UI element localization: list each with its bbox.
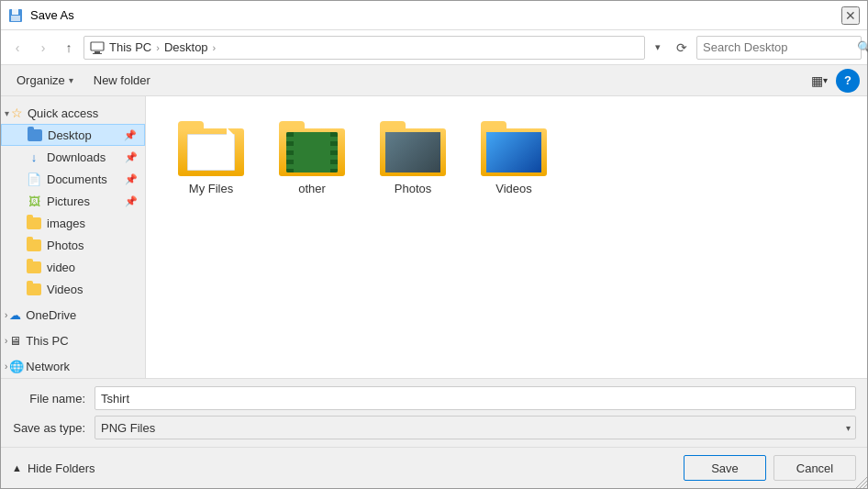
sidebar-item-documents[interactable]: 📄 Documents 📌 [1,168,145,190]
filetype-select-wrapper: PNG Files JPEG Files BMP Files GIF Files… [95,416,856,439]
action-bar: Organize ▾ New folder ▦ ▾ ? [1,65,867,96]
search-box[interactable]: 🔍 [696,36,862,60]
sidebar-item-images[interactable]: images [1,212,145,234]
videos-folder-icon [27,283,41,295]
search-icon: 🔍 [857,40,868,54]
onedrive-icon: ☁ [9,307,24,322]
thispc-chevron-icon: › [5,336,7,346]
thispc-header[interactable]: › 🖥 This PC [1,329,145,351]
save-title-icon [8,8,23,23]
network-section: › 🌐 Network [1,353,145,378]
address-dropdown-button[interactable]: ▾ [649,37,667,59]
onedrive-chevron-icon: › [5,310,7,320]
my-files-label: My Files [189,182,233,195]
svg-rect-2 [11,16,20,21]
photos-folder-icon [27,239,41,251]
network-header[interactable]: › 🌐 Network [1,355,145,377]
organize-chevron-icon: ▾ [69,75,73,85]
back-button[interactable]: ‹ [6,37,28,59]
other-label: other [298,182,326,195]
address-bar[interactable]: This PC › Desktop › [83,36,645,60]
desktop-pin-icon: 📌 [124,129,137,141]
search-input[interactable] [703,40,857,54]
filename-row: File name: [12,386,856,410]
organize-button[interactable]: Organize ▾ [8,69,82,93]
desktop-folder-icon [28,129,42,141]
other-folder-icon [279,121,345,176]
svg-line-7 [860,481,867,488]
thispc-section: › 🖥 This PC [1,328,145,353]
sidebar-item-pictures[interactable]: 🖼 Pictures 📌 [1,190,145,212]
main-content: ▾ ☆ Quick access Desktop 📌 ↓ Downloads 📌 [1,96,867,378]
network-chevron-icon: › [5,361,7,372]
buttons-row: ▲ Hide Folders Save Cancel [1,447,867,488]
folder-other[interactable]: other [262,111,362,203]
filetype-label: Save as type: [12,421,95,435]
title-bar: Save As ✕ [1,1,867,30]
sidebar: ▾ ☆ Quick access Desktop 📌 ↓ Downloads 📌 [1,96,146,378]
breadcrumb-desktop[interactable]: Desktop [161,39,211,55]
sidebar-item-downloads[interactable]: ↓ Downloads 📌 [1,146,145,168]
quick-access-section: ▾ ☆ Quick access Desktop 📌 ↓ Downloads 📌 [1,100,145,302]
breadcrumb-thispc[interactable]: This PC [106,39,154,55]
downloads-icon: ↓ [27,150,41,164]
hide-folders-chevron-icon: ▲ [12,462,22,473]
sidebar-item-photos[interactable]: Photos [1,234,145,256]
up-button[interactable]: ↑ [58,37,80,59]
network-icon: 🌐 [9,359,24,373]
videos-folder-icon [481,121,547,176]
filetype-row: Save as type: PNG Files JPEG Files BMP F… [12,416,856,439]
sidebar-item-videos[interactable]: Videos [1,278,145,300]
filename-label: File name: [12,392,95,406]
new-folder-button[interactable]: New folder [85,69,159,93]
filename-input[interactable] [95,386,856,410]
quick-access-header[interactable]: ▾ ☆ Quick access [1,102,145,124]
breadcrumb: This PC › Desktop › [90,39,216,55]
my-files-folder-icon [178,121,244,176]
hide-folders-toggle[interactable]: ▲ Hide Folders [12,461,95,475]
svg-rect-1 [12,9,18,15]
folder-photos[interactable]: Photos [362,111,463,203]
onedrive-section: › ☁ OneDrive [1,302,145,328]
onedrive-header[interactable]: › ☁ OneDrive [1,304,145,326]
thispc-breadcrumb-icon [90,41,105,54]
pictures-icon: 🖼 [27,194,41,208]
view-button[interactable]: ▦ ▾ [807,69,832,93]
sidebar-item-desktop[interactable]: Desktop 📌 [1,124,145,146]
title-bar-title: Save As [30,8,74,22]
forward-button[interactable]: › [32,37,54,59]
svg-line-8 [863,484,867,488]
folder-videos[interactable]: Videos [463,111,564,203]
dialog-buttons: Save Cancel [684,455,856,481]
svg-rect-4 [95,51,100,53]
thispc-icon: 🖥 [9,333,24,348]
help-button[interactable]: ? [836,69,860,93]
photos-label: Photos [395,182,431,195]
svg-rect-3 [91,42,104,50]
photos-folder-icon [380,121,446,176]
pictures-pin-icon: 📌 [125,195,138,207]
resize-handle[interactable] [856,477,867,488]
documents-pin-icon: 📌 [125,173,138,185]
documents-icon: 📄 [27,172,41,186]
quick-access-chevron-icon: ▾ [5,108,9,118]
save-button[interactable]: Save [684,455,766,481]
svg-rect-5 [93,53,102,54]
filetype-select[interactable]: PNG Files JPEG Files BMP Files GIF Files… [95,416,856,439]
cancel-button[interactable]: Cancel [773,455,856,481]
videos-label: Videos [495,182,532,195]
view-icon: ▦ [811,73,823,88]
view-chevron-icon: ▾ [823,75,828,85]
refresh-button[interactable]: ⟳ [671,37,693,59]
close-button[interactable]: ✕ [841,6,860,25]
images-folder-icon [27,217,41,229]
folder-my-files[interactable]: My Files [161,111,262,203]
bottom-bar: File name: Save as type: PNG Files JPEG … [1,378,867,447]
downloads-pin-icon: 📌 [125,151,138,163]
sidebar-item-video[interactable]: video [1,256,145,278]
file-area: My Files other Photos [146,96,867,378]
video-folder-icon [27,261,41,273]
toolbar: ‹ › ↑ This PC › Desktop › ▾ ⟳ 🔍 [1,30,867,65]
quick-access-icon: ☆ [11,106,26,120]
